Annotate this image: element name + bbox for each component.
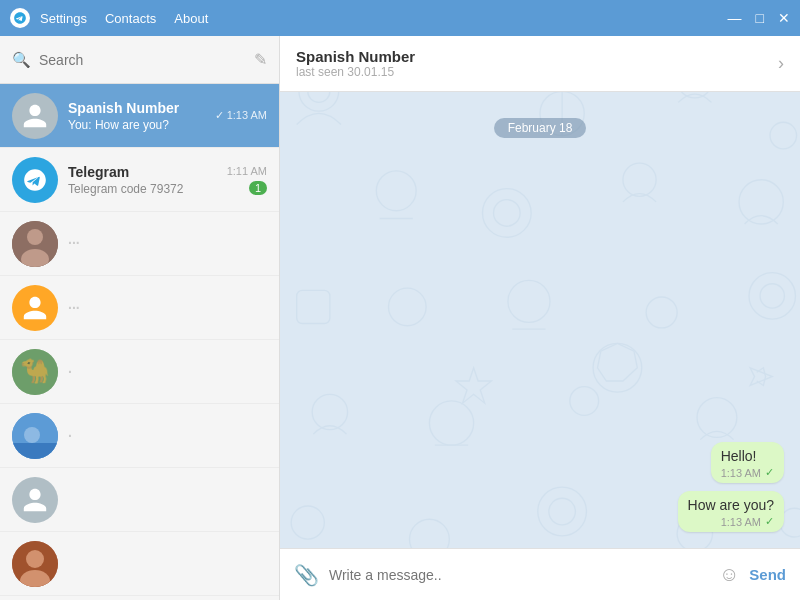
app-body: 🔍 ✎ Spanish Number You: How are you? ✓ 1… [0,36,800,600]
chat-info: Spanish Number You: How are you? [68,100,215,132]
search-input[interactable] [39,52,246,68]
chat-header-expand-icon[interactable]: › [778,53,784,74]
message-check-icon: ✓ [765,466,774,479]
attach-icon[interactable]: 📎 [294,563,319,587]
chat-item-spanish-number[interactable]: Spanish Number You: How are you? ✓ 1:13 … [0,84,279,148]
avatar [12,541,58,587]
date-label: February 18 [494,118,587,138]
window-controls: — □ ✕ [728,10,790,26]
avatar [12,477,58,523]
chat-header: Spanish Number last seen 30.01.15 › [280,36,800,92]
message-text: Hello! [721,448,757,464]
maximize-button[interactable]: □ [756,10,764,26]
avatar [12,413,58,459]
chat-name: ··· [68,235,267,251]
send-button[interactable]: Send [749,566,786,583]
chat-item-telegram[interactable]: Telegram Telegram code 79372 1:11 AM 1 [0,148,279,212]
svg-point-9 [26,550,44,568]
sidebar: 🔍 ✎ Spanish Number You: How are you? ✓ 1… [0,36,280,600]
svg-point-7 [24,427,40,443]
chat-preview: You: How are you? [68,118,215,132]
message-check-icon: ✓ [765,515,774,528]
messages-area: February 18 Hello! 1:13 AM ✓ How are you… [280,92,800,548]
chat-item-4[interactable]: ··· [0,276,279,340]
chat-info: ··· [68,235,267,253]
unread-badge: 1 [249,181,267,195]
menu-contacts[interactable]: Contacts [105,11,156,26]
avatar [12,157,58,203]
chat-item-6[interactable]: · [0,404,279,468]
chat-list: Spanish Number You: How are you? ✓ 1:13 … [0,84,279,600]
emoji-icon[interactable]: ☺ [719,563,739,586]
svg-text:🐪: 🐪 [20,356,50,385]
chat-item-7[interactable] [0,468,279,532]
chat-time: ✓ 1:13 AM [215,109,267,122]
chat-item-3[interactable]: ··· [0,212,279,276]
search-bar: 🔍 ✎ [0,36,279,84]
avatar [12,221,58,267]
chat-header-name: Spanish Number [296,48,778,65]
chat-name: · [68,364,267,380]
message-bubble: How are you? 1:13 AM ✓ [678,491,784,532]
chat-info: · [68,364,267,380]
chat-time: 1:11 AM [227,165,267,177]
chat-header-status: last seen 30.01.15 [296,65,778,79]
chat-name: Spanish Number [68,100,215,116]
chat-header-info: Spanish Number last seen 30.01.15 [296,48,778,79]
chat-name: Telegram [68,164,227,180]
compose-icon[interactable]: ✎ [254,50,267,69]
chat-info: Telegram Telegram code 79372 [68,164,227,196]
chat-area: Spanish Number last seen 30.01.15 › Febr… [280,36,800,600]
svg-point-1 [27,229,43,245]
titlebar: Settings Contacts About — □ ✕ [0,0,800,36]
date-divider: February 18 [296,118,784,136]
message-spacer [296,154,784,434]
chat-name: ··· [68,300,267,316]
menu-bar: Settings Contacts About [40,11,208,26]
chat-input-area: 📎 ☺ Send [280,548,800,600]
menu-settings[interactable]: Settings [40,11,87,26]
message-time: 1:13 AM [721,467,761,479]
message-time: 1:13 AM [721,516,761,528]
chat-info: ··· [68,300,267,316]
chat-preview: Telegram code 79372 [68,182,227,196]
chat-info: · [68,428,267,444]
avatar: 🐪 [12,349,58,395]
message-row: How are you? 1:13 AM ✓ [296,491,784,532]
message-text: How are you? [688,497,774,513]
message-bubble: Hello! 1:13 AM ✓ [711,442,784,483]
close-button[interactable]: ✕ [778,10,790,26]
message-footer: 1:13 AM ✓ [688,515,774,528]
message-input[interactable] [329,567,709,583]
avatar [12,93,58,139]
chat-meta: 1:11 AM 1 [227,165,267,195]
chat-name: · [68,428,267,444]
avatar [12,285,58,331]
search-icon: 🔍 [12,51,31,69]
chat-item-5[interactable]: 🐪 · [0,340,279,404]
menu-about[interactable]: About [174,11,208,26]
svg-rect-6 [12,443,58,459]
chat-item-8[interactable] [0,532,279,596]
minimize-button[interactable]: — [728,10,742,26]
app-logo [10,8,30,28]
message-row: Hello! 1:13 AM ✓ [296,442,784,483]
chat-meta: ✓ 1:13 AM [215,109,267,122]
message-footer: 1:13 AM ✓ [721,466,774,479]
